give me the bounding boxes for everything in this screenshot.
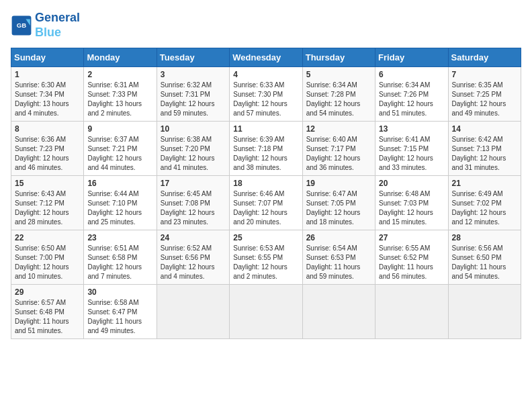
day-number: 9 [87, 124, 152, 134]
calendar-cell: 17Sunrise: 6:45 AMSunset: 7:08 PMDayligh… [157, 176, 229, 230]
svg-text:GB: GB [17, 21, 26, 29]
day-info: Sunrise: 6:40 AMSunset: 7:17 PMDaylight:… [306, 135, 371, 173]
day-info: Sunrise: 6:43 AMSunset: 7:12 PMDaylight:… [15, 189, 80, 227]
day-info: Sunrise: 6:39 AMSunset: 7:18 PMDaylight:… [233, 135, 298, 173]
calendar-cell: 26Sunrise: 6:54 AMSunset: 6:53 PMDayligh… [302, 230, 375, 285]
day-info: Sunrise: 6:53 AMSunset: 6:55 PMDaylight:… [233, 244, 298, 281]
day-number: 17 [161, 179, 226, 188]
day-info: Sunrise: 6:30 AMSunset: 7:34 PMDaylight:… [15, 81, 80, 118]
header-friday: Friday [375, 48, 448, 67]
day-info: Sunrise: 6:48 AMSunset: 7:03 PMDaylight:… [379, 189, 444, 227]
day-number: 1 [15, 70, 80, 79]
day-number: 24 [161, 233, 226, 242]
day-info: Sunrise: 6:56 AMSunset: 6:50 PMDaylight:… [452, 244, 517, 281]
day-info: Sunrise: 6:42 AMSunset: 7:13 PMDaylight:… [452, 135, 517, 173]
week-row-3: 15Sunrise: 6:43 AMSunset: 7:12 PMDayligh… [11, 176, 521, 230]
calendar-cell [157, 285, 229, 339]
day-number: 6 [379, 70, 444, 79]
day-number: 26 [306, 233, 371, 242]
calendar-cell: 12Sunrise: 6:40 AMSunset: 7:17 PMDayligh… [302, 122, 375, 176]
day-info: Sunrise: 6:54 AMSunset: 6:53 PMDaylight:… [306, 244, 371, 281]
day-number: 19 [306, 179, 371, 188]
header-saturday: Saturday [448, 48, 521, 67]
header-wednesday: Wednesday [230, 48, 302, 67]
day-info: Sunrise: 6:57 AMSunset: 6:48 PMDaylight:… [15, 298, 80, 336]
day-number: 10 [161, 124, 226, 134]
day-info: Sunrise: 6:45 AMSunset: 7:08 PMDaylight:… [161, 189, 226, 227]
calendar-cell: 30Sunrise: 6:58 AMSunset: 6:47 PMDayligh… [84, 285, 157, 339]
day-info: Sunrise: 6:41 AMSunset: 7:15 PMDaylight:… [379, 135, 444, 173]
day-number: 12 [306, 124, 371, 134]
day-number: 4 [233, 70, 298, 79]
calendar-cell: 13Sunrise: 6:41 AMSunset: 7:15 PMDayligh… [375, 122, 448, 176]
calendar-cell: 23Sunrise: 6:51 AMSunset: 6:58 PMDayligh… [84, 230, 157, 285]
calendar-cell [375, 285, 448, 339]
day-info: Sunrise: 6:47 AMSunset: 7:05 PMDaylight:… [306, 189, 371, 227]
day-number: 13 [379, 124, 444, 134]
day-info: Sunrise: 6:35 AMSunset: 7:25 PMDaylight:… [452, 81, 517, 118]
calendar-cell: 1Sunrise: 6:30 AMSunset: 7:34 PMDaylight… [11, 67, 84, 122]
calendar-cell: 3Sunrise: 6:32 AMSunset: 7:31 PMDaylight… [157, 67, 229, 122]
day-info: Sunrise: 6:46 AMSunset: 7:07 PMDaylight:… [233, 189, 298, 227]
calendar-cell [448, 285, 521, 339]
calendar-cell: 5Sunrise: 6:34 AMSunset: 7:28 PMDaylight… [302, 67, 375, 122]
header-tuesday: Tuesday [157, 48, 229, 67]
day-number: 28 [452, 233, 517, 242]
day-number: 5 [306, 70, 371, 79]
calendar-cell [230, 285, 302, 339]
calendar-cell: 10Sunrise: 6:38 AMSunset: 7:20 PMDayligh… [157, 122, 229, 176]
header-sunday: Sunday [11, 48, 84, 67]
day-number: 22 [15, 233, 80, 242]
day-info: Sunrise: 6:33 AMSunset: 7:30 PMDaylight:… [233, 81, 298, 118]
day-number: 7 [452, 70, 517, 79]
calendar-cell: 24Sunrise: 6:52 AMSunset: 6:56 PMDayligh… [157, 230, 229, 285]
day-number: 11 [233, 124, 298, 134]
day-number: 21 [452, 179, 517, 188]
day-info: Sunrise: 6:49 AMSunset: 7:02 PMDaylight:… [452, 189, 517, 227]
calendar-cell: 29Sunrise: 6:57 AMSunset: 6:48 PMDayligh… [11, 285, 84, 339]
calendar-cell: 14Sunrise: 6:42 AMSunset: 7:13 PMDayligh… [448, 122, 521, 176]
calendar-cell: 7Sunrise: 6:35 AMSunset: 7:25 PMDaylight… [448, 67, 521, 122]
day-number: 2 [87, 70, 152, 79]
day-info: Sunrise: 6:31 AMSunset: 7:33 PMDaylight:… [87, 81, 152, 118]
day-info: Sunrise: 6:37 AMSunset: 7:21 PMDaylight:… [87, 135, 152, 173]
calendar-cell: 6Sunrise: 6:34 AMSunset: 7:26 PMDaylight… [375, 67, 448, 122]
calendar-cell: 4Sunrise: 6:33 AMSunset: 7:30 PMDaylight… [230, 67, 302, 122]
day-number: 8 [15, 124, 80, 134]
day-info: Sunrise: 6:34 AMSunset: 7:26 PMDaylight:… [379, 81, 444, 118]
day-number: 18 [233, 179, 298, 188]
calendar-cell: 11Sunrise: 6:39 AMSunset: 7:18 PMDayligh… [230, 122, 302, 176]
calendar-cell: 20Sunrise: 6:48 AMSunset: 7:03 PMDayligh… [375, 176, 448, 230]
logo-text: GeneralBlue [35, 11, 80, 40]
day-info: Sunrise: 6:38 AMSunset: 7:20 PMDaylight:… [161, 135, 226, 173]
calendar-cell: 8Sunrise: 6:36 AMSunset: 7:23 PMDaylight… [11, 122, 84, 176]
day-info: Sunrise: 6:58 AMSunset: 6:47 PMDaylight:… [87, 298, 152, 336]
calendar-cell: 25Sunrise: 6:53 AMSunset: 6:55 PMDayligh… [230, 230, 302, 285]
day-info: Sunrise: 6:32 AMSunset: 7:31 PMDaylight:… [161, 81, 226, 118]
calendar-cell: 9Sunrise: 6:37 AMSunset: 7:21 PMDaylight… [84, 122, 157, 176]
day-info: Sunrise: 6:36 AMSunset: 7:23 PMDaylight:… [15, 135, 80, 173]
calendar-cell: 2Sunrise: 6:31 AMSunset: 7:33 PMDaylight… [84, 67, 157, 122]
day-number: 30 [87, 287, 152, 297]
header-monday: Monday [84, 48, 157, 67]
header-thursday: Thursday [302, 48, 375, 67]
week-row-5: 29Sunrise: 6:57 AMSunset: 6:48 PMDayligh… [11, 285, 521, 339]
day-number: 29 [15, 287, 80, 297]
calendar-cell: 22Sunrise: 6:50 AMSunset: 7:00 PMDayligh… [11, 230, 84, 285]
calendar-table: SundayMondayTuesdayWednesdayThursdayFrid… [11, 48, 521, 339]
week-row-4: 22Sunrise: 6:50 AMSunset: 7:00 PMDayligh… [11, 230, 521, 285]
day-info: Sunrise: 6:55 AMSunset: 6:52 PMDaylight:… [379, 244, 444, 281]
week-row-1: 1Sunrise: 6:30 AMSunset: 7:34 PMDaylight… [11, 67, 521, 122]
calendar-cell: 18Sunrise: 6:46 AMSunset: 7:07 PMDayligh… [230, 176, 302, 230]
day-number: 23 [87, 233, 152, 242]
day-number: 15 [15, 179, 80, 188]
day-info: Sunrise: 6:34 AMSunset: 7:28 PMDaylight:… [306, 81, 371, 118]
day-number: 20 [379, 179, 444, 188]
page-header: GB GeneralBlue [11, 11, 521, 40]
calendar-cell: 15Sunrise: 6:43 AMSunset: 7:12 PMDayligh… [11, 176, 84, 230]
day-number: 3 [161, 70, 226, 79]
calendar-cell: 27Sunrise: 6:55 AMSunset: 6:52 PMDayligh… [375, 230, 448, 285]
day-info: Sunrise: 6:44 AMSunset: 7:10 PMDaylight:… [87, 189, 152, 227]
day-number: 27 [379, 233, 444, 242]
calendar-cell: 19Sunrise: 6:47 AMSunset: 7:05 PMDayligh… [302, 176, 375, 230]
